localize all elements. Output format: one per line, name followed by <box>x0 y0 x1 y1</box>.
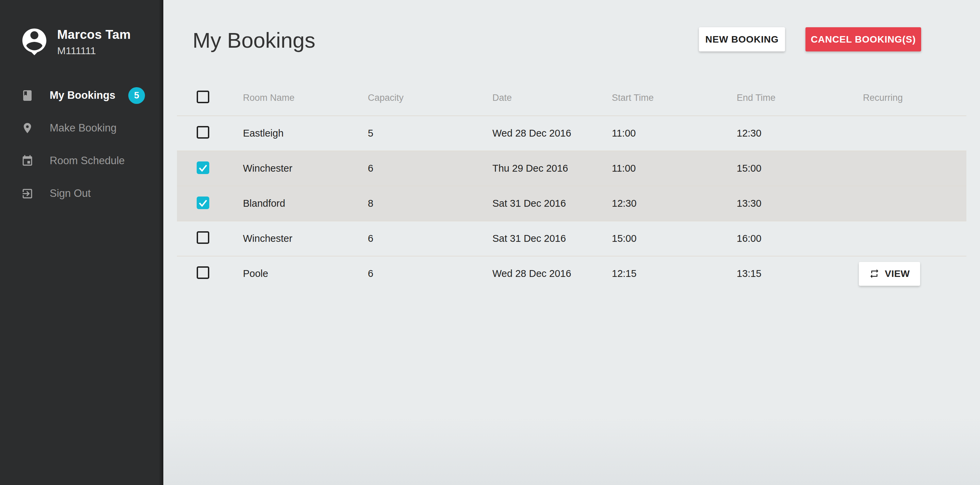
capacity-cell: 6 <box>368 268 492 279</box>
sidebar-item-my-bookings[interactable]: My Bookings 5 <box>0 79 163 112</box>
cancel-booking-button[interactable]: CANCEL BOOKING(S) <box>805 27 921 51</box>
row-checkbox[interactable] <box>197 231 209 244</box>
row-checkbox[interactable] <box>197 266 209 279</box>
capacity-cell: 6 <box>368 163 492 174</box>
table-row[interactable]: Winchester 6 Thu 29 Dec 2016 11:00 15:00 <box>177 150 966 186</box>
date-cell: Sat 31 Dec 2016 <box>492 233 612 244</box>
end-time-cell: 15:00 <box>737 163 859 174</box>
sign-out-icon <box>21 187 34 200</box>
select-all-checkbox[interactable] <box>197 91 209 103</box>
repeat-icon <box>869 268 880 279</box>
row-checkbox[interactable] <box>197 161 209 174</box>
start-time-cell: 15:00 <box>612 233 737 244</box>
capacity-cell: 6 <box>368 233 492 244</box>
user-id: M111111 <box>57 45 130 57</box>
user-profile: Marcos Tam M111111 <box>0 0 163 58</box>
capacity-cell: 8 <box>368 198 492 209</box>
start-time-cell: 12:15 <box>612 268 737 279</box>
sidebar-item-label: Room Schedule <box>50 155 125 167</box>
sidebar-item-label: Make Booking <box>50 122 116 134</box>
column-header-end-time: End Time <box>737 93 859 103</box>
start-time-cell: 12:30 <box>612 198 737 209</box>
room-name-cell: Eastleigh <box>243 128 368 139</box>
date-cell: Wed 28 Dec 2016 <box>492 268 612 279</box>
room-name-cell: Winchester <box>243 233 368 244</box>
sidebar-item-label: My Bookings <box>50 89 115 102</box>
user-text: Marcos Tam M111111 <box>57 27 130 57</box>
calendar-icon <box>21 155 34 167</box>
column-header-capacity: Capacity <box>368 93 492 103</box>
end-time-cell: 16:00 <box>737 233 859 244</box>
column-header-recurring: Recurring <box>859 93 966 103</box>
column-header-room-name: Room Name <box>243 93 368 103</box>
table-row[interactable]: Eastleigh 5 Wed 28 Dec 2016 11:00 12:30 <box>177 115 966 150</box>
row-checkbox[interactable] <box>197 196 209 209</box>
bookings-count-badge: 5 <box>128 87 145 104</box>
end-time-cell: 13:15 <box>737 268 859 279</box>
room-name-cell: Blandford <box>243 198 368 209</box>
sidebar-item-label: Sign Out <box>50 187 91 199</box>
end-time-cell: 12:30 <box>737 128 859 139</box>
view-button-label: VIEW <box>885 268 910 279</box>
place-pin-icon <box>21 122 34 134</box>
sidebar-item-sign-out[interactable]: Sign Out <box>0 177 163 210</box>
new-booking-button[interactable]: NEW BOOKING <box>699 27 785 51</box>
sidebar: Marcos Tam M111111 My Bookings 5 Make Bo… <box>0 0 163 485</box>
start-time-cell: 11:00 <box>612 128 737 139</box>
start-time-cell: 11:00 <box>612 163 737 174</box>
row-checkbox[interactable] <box>197 126 209 139</box>
bookings-table: Room Name Capacity Date Start Time End T… <box>177 80 966 291</box>
user-name: Marcos Tam <box>57 27 130 42</box>
date-cell: Sat 31 Dec 2016 <box>492 198 612 209</box>
table-row[interactable]: Blandford 8 Sat 31 Dec 2016 12:30 13:30 <box>177 186 966 221</box>
end-time-cell: 13:30 <box>737 198 859 209</box>
avatar <box>18 26 50 58</box>
sidebar-item-make-booking[interactable]: Make Booking <box>0 112 163 144</box>
table-row[interactable]: Poole 6 Wed 28 Dec 2016 12:15 13:15 VIEW <box>177 256 966 291</box>
room-name-cell: Winchester <box>243 163 368 174</box>
recurring-cell: VIEW <box>859 262 966 286</box>
sidebar-nav: My Bookings 5 Make Booking Room Schedule… <box>0 79 163 210</box>
table-header-row: Room Name Capacity Date Start Time End T… <box>177 80 966 115</box>
table-row[interactable]: Winchester 6 Sat 31 Dec 2016 15:00 16:00 <box>177 221 966 256</box>
view-recurring-button[interactable]: VIEW <box>859 262 920 286</box>
sidebar-item-room-schedule[interactable]: Room Schedule <box>0 144 163 177</box>
room-name-cell: Poole <box>243 268 368 279</box>
column-header-date: Date <box>492 93 612 103</box>
book-icon <box>21 89 34 102</box>
column-header-start-time: Start Time <box>612 93 737 103</box>
page-title: My Bookings <box>192 28 315 53</box>
date-cell: Thu 29 Dec 2016 <box>492 163 612 174</box>
capacity-cell: 5 <box>368 128 492 139</box>
date-cell: Wed 28 Dec 2016 <box>492 128 612 139</box>
